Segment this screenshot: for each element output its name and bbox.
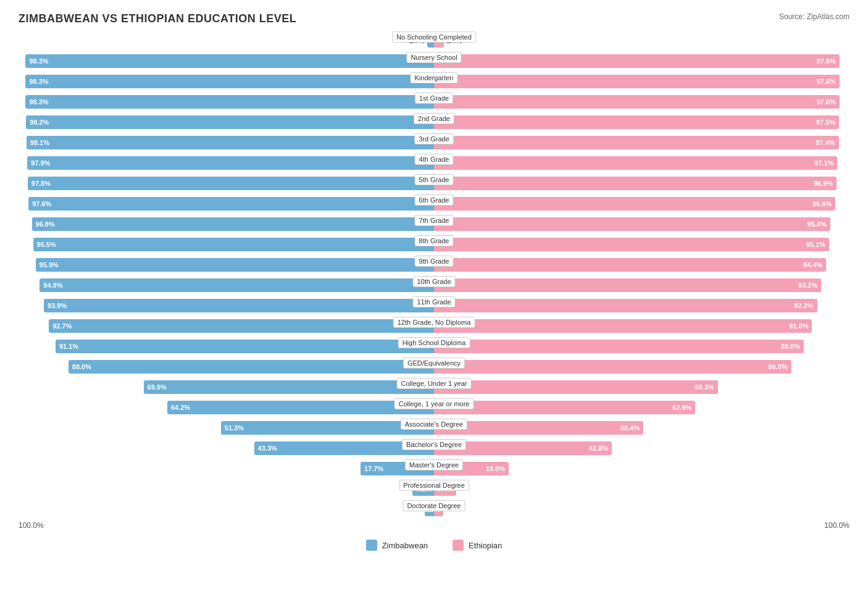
bar-left: 98.3% xyxy=(25,75,434,88)
bar-right-value: 62.9% xyxy=(672,404,691,411)
bar-left-value: 92.7% xyxy=(52,322,72,330)
bar-center-label: 6th Grade xyxy=(415,194,454,206)
bar-left: 97.8% xyxy=(28,177,434,190)
bar-right-value: 97.6% xyxy=(817,78,836,85)
bar-right: 94.4% xyxy=(434,258,826,272)
legend-label-ethiopian: Ethiopian xyxy=(469,541,502,550)
bar-right: 97.6% xyxy=(434,95,840,109)
bar-right-value: 68.3% xyxy=(695,383,714,391)
legend-zimbabwean: Zimbabwean xyxy=(366,540,428,551)
bar-left-value: 93.9% xyxy=(48,302,67,309)
bar-left-value: 96.5% xyxy=(37,241,56,248)
bar-row: 98.3%97.6%Kindergarten xyxy=(19,72,849,91)
chart-title: ZIMBABWEAN VS ETHIOPIAN EDUCATION LEVEL xyxy=(19,12,849,25)
bar-center-label: 1st Grade xyxy=(415,93,453,104)
bar-left: 94.9% xyxy=(40,278,434,292)
bar-row: 96.8%95.4%7th Grade xyxy=(19,215,849,233)
bar-left-value: 94.9% xyxy=(43,282,62,289)
bar-left: 96.5% xyxy=(33,238,434,251)
bar-left-value: 97.6% xyxy=(32,200,51,207)
bar-row: 98.3%97.6%1st Grade xyxy=(19,93,849,111)
bar-left: 92.7% xyxy=(49,319,434,333)
bar-left: 98.2% xyxy=(26,115,434,129)
bar-right: 95.1% xyxy=(434,238,829,251)
bar-right: 96.9% xyxy=(434,177,837,190)
bar-left: 98.3% xyxy=(25,95,434,109)
bar-right-value: 86.0% xyxy=(769,363,788,370)
bar-right: 97.6% xyxy=(434,54,840,68)
bar-row: 91.1%89.0%High School Diploma xyxy=(19,337,849,356)
bar-left-value: 51.3% xyxy=(225,424,244,432)
bar-left-value: 97.8% xyxy=(31,180,51,187)
bar-left-value: 98.3% xyxy=(29,78,48,85)
bar-left: 96.8% xyxy=(32,217,434,231)
bar-center-label: 4th Grade xyxy=(415,154,454,165)
bar-left: 91.1% xyxy=(56,340,434,353)
bar-center-label: No Schooling Completed xyxy=(392,31,476,43)
bar-left-value: 17.7% xyxy=(364,465,383,472)
bar-left: 93.9% xyxy=(44,299,434,312)
bar-center-label: High School Diploma xyxy=(398,337,470,348)
bar-left: 98.3% xyxy=(25,54,434,68)
bar-right-value: 97.4% xyxy=(816,139,835,146)
bar-right-value: 96.6% xyxy=(812,200,832,207)
bar-row: 1.7%2.4%No Schooling Completed xyxy=(19,31,849,50)
bottom-right-label: 100.0% xyxy=(824,521,849,530)
bar-row: 97.9%97.1%4th Grade xyxy=(19,154,849,172)
bar-center-label: Professional Degree xyxy=(399,480,469,491)
bar-right: 95.4% xyxy=(434,217,830,231)
bottom-labels: 100.0% 100.0% xyxy=(19,521,849,530)
bar-left-value: 97.9% xyxy=(31,159,50,167)
bar-center-label: 12th Grade, No Diploma xyxy=(393,317,475,328)
bar-row: 2.3%2.3%Doctorate Degree xyxy=(19,500,849,519)
bar-left: 97.6% xyxy=(28,197,434,211)
bar-row: 93.9%92.2%11th Grade xyxy=(19,296,849,315)
bar-left: 98.1% xyxy=(27,136,434,149)
bar-right: 89.0% xyxy=(434,340,804,353)
bar-right: 86.0% xyxy=(434,360,791,374)
legend-label-zimbabwean: Zimbabwean xyxy=(382,541,428,550)
legend-ethiopian: Ethiopian xyxy=(453,540,502,551)
legend-box-zimbabwean xyxy=(366,540,377,551)
bar-right: 68.3% xyxy=(434,380,718,394)
bar-center-label: Associate's Degree xyxy=(401,419,467,430)
bar-right-value: 50.4% xyxy=(620,424,640,432)
bar-row: 96.5%95.1%8th Grade xyxy=(19,235,849,254)
bottom-left-label: 100.0% xyxy=(19,521,44,530)
bar-row: 69.9%68.3%College, Under 1 year xyxy=(19,378,849,396)
bar-center-label: 10th Grade xyxy=(412,276,455,287)
bar-right: 91.0% xyxy=(434,319,812,333)
legend-box-ethiopian xyxy=(453,540,464,551)
bar-left-value: 96.8% xyxy=(36,220,55,228)
bar-left-value: 43.3% xyxy=(258,445,277,452)
bar-center-label: 11th Grade xyxy=(412,296,455,307)
bar-right-value: 97.6% xyxy=(817,57,836,65)
bar-center-label: Kindergarten xyxy=(411,72,458,83)
bar-right-value: 93.2% xyxy=(798,282,817,289)
bar-row: 97.8%96.9%5th Grade xyxy=(19,174,849,193)
bar-left: 97.9% xyxy=(27,156,434,170)
bar-right-value: 95.1% xyxy=(806,241,825,248)
bar-center-label: 8th Grade xyxy=(415,235,454,246)
bar-row: 94.9%93.2%10th Grade xyxy=(19,276,849,295)
bar-center-label: Nursery School xyxy=(406,52,461,63)
bar-row: 64.2%62.9%College, 1 year or more xyxy=(19,398,849,417)
bar-center-label: Bachelor's Degree xyxy=(402,439,466,450)
bar-right-value: 95.4% xyxy=(807,220,827,228)
bar-row: 5.2%5.4%Professional Degree xyxy=(19,480,849,498)
bar-right-value: 97.1% xyxy=(814,159,833,167)
chart-container: ZIMBABWEAN VS ETHIOPIAN EDUCATION LEVEL … xyxy=(0,0,868,588)
bar-left-value: 88.0% xyxy=(72,363,91,370)
bar-center-label: College, Under 1 year xyxy=(396,378,471,389)
bar-left-value: 98.1% xyxy=(30,139,49,146)
source-label: Source: ZipAtlas.com xyxy=(779,12,849,21)
bar-center-label: 5th Grade xyxy=(415,174,454,185)
bar-center-label: 7th Grade xyxy=(415,215,454,226)
bar-left-value: 98.2% xyxy=(30,119,49,126)
bar-right-value: 94.4% xyxy=(803,261,822,269)
bar-right-value: 42.8% xyxy=(589,445,608,452)
bar-left: 88.0% xyxy=(69,360,434,374)
bar-right: 97.5% xyxy=(434,115,839,129)
bar-left: 69.9% xyxy=(144,380,434,394)
bar-row: 51.3%50.4%Associate's Degree xyxy=(19,419,849,437)
